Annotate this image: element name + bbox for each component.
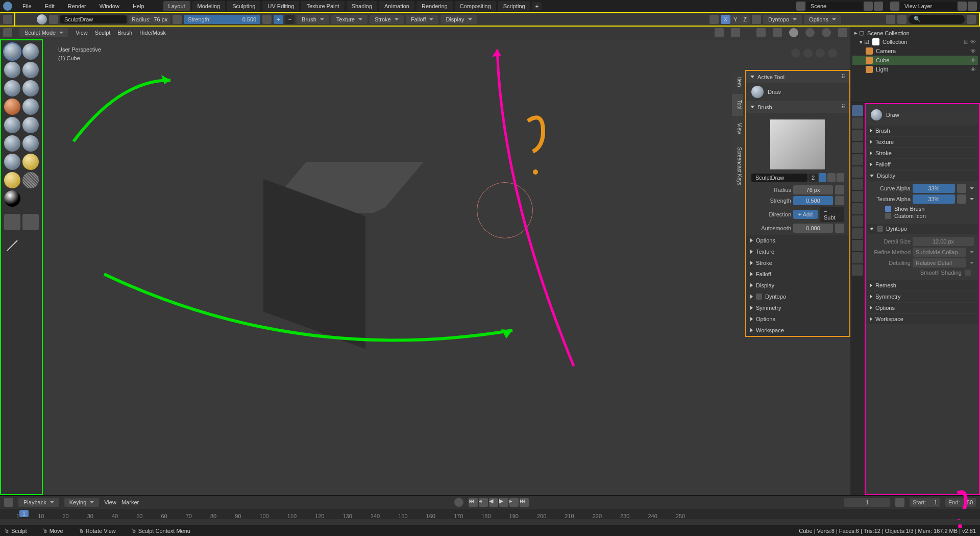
tool-blob[interactable] [4,99,20,115]
view-gizmo-dropdown[interactable] [715,28,724,37]
tool-inflate[interactable] [22,80,39,96]
vtab-view[interactable]: View [732,117,743,140]
tool-clay[interactable] [4,62,20,78]
outliner-item-cube[interactable]: Cube👁 [852,56,978,65]
tool-pinch[interactable] [4,154,20,170]
play-reverse-button[interactable]: ◀ [489,498,498,507]
tab-modeling[interactable]: Modeling [192,1,226,11]
viewport-hand-icon[interactable] [816,48,825,58]
jump-start-button[interactable]: ⏮ [469,498,478,507]
prop-texture[interactable]: Texture [867,137,978,147]
editor-3dview-icon[interactable] [3,28,12,37]
view-layer-field[interactable]: View Layer [900,2,957,10]
prop-brush[interactable]: Brush [867,126,978,136]
timeline-marker-menu[interactable]: Marker [121,499,139,505]
shading-rendered-icon[interactable] [822,28,831,37]
ptab-object[interactable] [852,179,863,190]
shading-preview-icon[interactable] [805,28,815,37]
viewport-camera-icon[interactable] [791,48,800,58]
ptab-output[interactable] [852,130,863,141]
tool-box-hide[interactable] [22,214,39,230]
current-frame-field[interactable]: 1 [844,498,890,507]
3d-viewport[interactable]: User Perspective (1) Cube X Y Z [43,39,850,495]
ptab-particles[interactable] [852,203,863,214]
brush-dropdown[interactable]: Brush [297,15,329,24]
prop-options[interactable]: Options [867,303,978,313]
ptab-texture[interactable] [852,264,863,276]
tex-alpha-pin-icon[interactable] [957,194,966,204]
tool-scrape[interactable] [22,135,39,152]
brush-panel-header[interactable]: Brush⠿ [746,101,849,113]
ptab-scene[interactable] [852,154,863,165]
np-stroke[interactable]: Stroke [746,257,849,269]
np-options[interactable]: Options [746,313,849,325]
hide-mask-menu[interactable]: Hide/Mask [139,30,166,36]
texture-dropdown[interactable]: Texture [331,15,368,24]
tool-layer[interactable] [4,80,20,96]
timeline-track[interactable]: 1 11020304050607080901001101201301401501… [0,509,980,519]
brush-id-field[interactable]: SculptDraw [751,174,807,182]
np-texture[interactable]: Texture [746,246,849,257]
ptab-render[interactable] [852,117,863,129]
brush-name-field[interactable]: SculptDraw [60,15,127,23]
ptab-constraints[interactable] [852,228,863,239]
refine-method-dropdown[interactable]: Subdivide Collap.. [913,248,966,257]
menu-render[interactable]: Render [62,2,92,10]
prop-stroke[interactable]: Stroke [867,148,978,158]
outliner-scene-collection[interactable]: ▸ ▢Scene Collection [852,29,978,37]
prop-workspace[interactable]: Workspace [867,314,978,324]
add-workspace-button[interactable]: + [532,2,542,10]
prop-display[interactable]: Display [867,170,978,181]
np-display[interactable]: Display [746,280,849,291]
timeline-view-menu[interactable]: View [104,499,116,505]
custom-icon-checkbox[interactable] [885,213,891,219]
brush-unlink-icon[interactable] [837,173,844,182]
tool-mask[interactable] [4,190,20,207]
tool-fill[interactable] [4,135,20,152]
vtab-tool[interactable]: Tool [732,94,743,115]
menu-edit[interactable]: Edit [39,2,61,10]
outliner-editor-icon[interactable] [886,15,895,24]
radius-pen-icon[interactable] [835,185,844,194]
preview-range-button[interactable] [895,498,904,507]
dyntopo-dropdown[interactable]: Dyntopo [763,15,802,24]
ptab-mesh[interactable] [852,240,863,251]
np-workspace[interactable]: Workspace [746,325,849,336]
tool-crease[interactable] [22,99,39,115]
outliner-search[interactable]: 🔍 [909,15,965,24]
play-button[interactable]: ▶ [499,498,508,507]
brush-fake-user-icon[interactable] [819,173,826,182]
keyframe-next-button[interactable]: ▸ [509,498,519,507]
shading-solid-icon[interactable] [789,28,798,37]
strength-slider[interactable]: 0.500 [793,196,833,205]
outliner-display-icon[interactable] [897,15,906,24]
brush-duplicate-icon[interactable] [827,173,835,182]
face-sets-icon[interactable] [752,15,761,24]
scene-new-icon[interactable] [864,2,873,11]
shading-wire-icon[interactable] [773,28,782,37]
prop-symmetry[interactable]: Symmetry [867,291,978,302]
editor-type-icon[interactable] [3,15,12,24]
timeline-editor-icon[interactable] [4,498,13,507]
scene-browse-icon[interactable] [796,2,805,11]
radius-field[interactable]: Radius:76 px [129,15,170,24]
menu-help[interactable]: Help [127,2,151,10]
menu-file[interactable]: File [16,2,38,10]
layer-close-icon[interactable] [968,2,977,11]
vtab-screencast[interactable]: Screencast Keys [732,141,743,191]
tab-sculpting[interactable]: Sculpting [227,1,260,11]
ptab-modifiers[interactable] [852,191,863,202]
strength-field[interactable]: Strength:0.500 [184,15,260,24]
radius-pressure-icon[interactable] [173,15,182,24]
outliner-item-camera[interactable]: Camera👁 [852,46,978,56]
np-symmetry[interactable]: Symmetry [746,302,849,313]
tab-animation[interactable]: Animation [379,1,414,11]
curve-alpha-slider[interactable]: 33% [913,184,955,193]
prop-remesh[interactable]: Remesh [867,280,978,290]
tab-shading[interactable]: Shading [347,1,377,11]
autosmooth-pen-icon[interactable] [835,224,844,233]
mode-dropdown[interactable]: Sculpt Mode [19,28,68,37]
display-dropdown[interactable]: Display [440,15,477,24]
tool-draw-sharp[interactable] [22,43,39,60]
stroke-dropdown[interactable]: Stroke [370,15,404,24]
